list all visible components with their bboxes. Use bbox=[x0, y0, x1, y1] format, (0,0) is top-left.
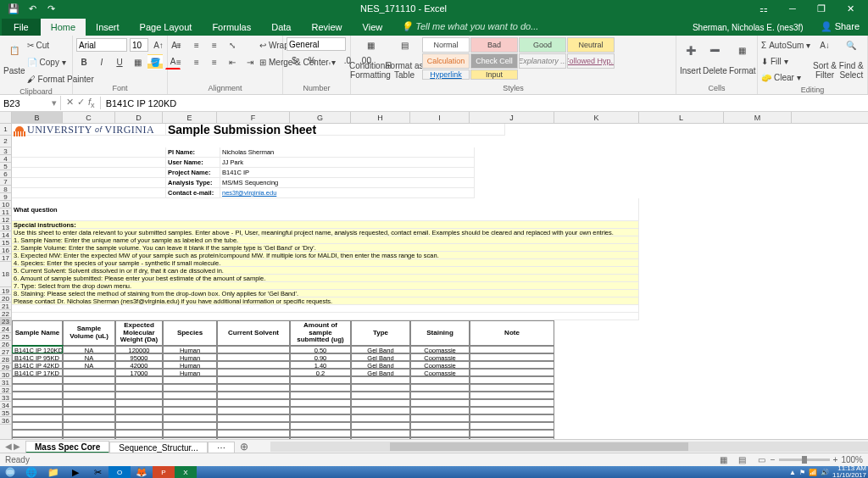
redo-icon[interactable]: ↷ bbox=[44, 2, 58, 15]
clear-button[interactable]: 🧽 Clear ▾ bbox=[761, 69, 810, 85]
zoom-slider[interactable] bbox=[779, 459, 830, 461]
sort-filter-button[interactable]: A↓Sort & Filter bbox=[812, 37, 837, 83]
cancel-formula-icon[interactable]: ✕ bbox=[66, 97, 74, 109]
formula-input[interactable]: B141C IP 120KD bbox=[101, 97, 868, 110]
find-select-button[interactable]: 🔍Find & Select bbox=[839, 37, 864, 83]
format-cells-button[interactable]: ▦Format bbox=[729, 37, 756, 83]
font-size-select[interactable] bbox=[130, 38, 148, 52]
tab-data[interactable]: Data bbox=[261, 19, 301, 36]
align-right-icon[interactable]: ≡ bbox=[207, 54, 222, 69]
titlebar: 💾 ↶ ↷ NES_171110 - Excel ⚏ ─ ❐ ✕ bbox=[0, 0, 868, 17]
uva-logo: University of Virginia bbox=[14, 124, 154, 136]
task-media-icon[interactable]: ▶ bbox=[64, 466, 86, 478]
window-restore-icon[interactable]: ❐ bbox=[807, 0, 836, 17]
increase-indent-icon[interactable]: ⇥ bbox=[242, 54, 258, 69]
align-left-icon[interactable]: ≡ bbox=[171, 54, 186, 69]
tab-page-layout[interactable]: Page Layout bbox=[130, 19, 203, 36]
italic-icon[interactable]: I bbox=[94, 54, 109, 69]
align-top-icon[interactable]: ≡ bbox=[171, 37, 186, 53]
paste-button[interactable]: 📋Paste bbox=[3, 37, 25, 83]
column-headers[interactable]: B C D E F G H I J K L M bbox=[12, 112, 868, 124]
tab-nav-prev-icon[interactable]: ◀ bbox=[5, 442, 12, 451]
comma-icon[interactable]: , bbox=[322, 53, 337, 68]
zoom-level[interactable]: 100% bbox=[841, 455, 863, 464]
view-normal-icon[interactable]: ▦ bbox=[715, 455, 732, 464]
enter-formula-icon[interactable]: ✓ bbox=[77, 97, 85, 109]
start-button[interactable] bbox=[0, 466, 20, 478]
align-bottom-icon[interactable]: ≡ bbox=[207, 37, 222, 53]
tray-network-icon[interactable]: 📶 bbox=[809, 469, 817, 476]
task-excel-icon[interactable]: X bbox=[175, 466, 197, 478]
orientation-icon[interactable]: ⤡ bbox=[225, 37, 240, 53]
fill-button[interactable]: ⬇ Fill ▾ bbox=[761, 53, 810, 69]
task-explorer-icon[interactable]: 📁 bbox=[42, 466, 64, 478]
task-outlook-icon[interactable]: O bbox=[108, 466, 131, 478]
window-settings-icon[interactable]: ⚏ bbox=[749, 0, 778, 17]
new-sheet-button[interactable]: ⊕ bbox=[235, 441, 253, 453]
fill-color-icon[interactable]: 🪣 bbox=[147, 54, 163, 69]
undo-icon[interactable]: ↶ bbox=[25, 2, 39, 15]
window-close-icon[interactable]: ✕ bbox=[836, 0, 865, 17]
decrease-indent-icon[interactable]: ⇤ bbox=[225, 54, 240, 69]
conditional-formatting-button[interactable]: ▦Conditional Formatting bbox=[354, 37, 387, 83]
view-page-break-icon[interactable]: ▭ bbox=[754, 455, 771, 464]
sheet-tab-sequence[interactable]: Sequence_Structur... bbox=[109, 442, 207, 453]
zoom-out-icon[interactable]: − bbox=[771, 455, 776, 464]
row-headers[interactable]: 1234567891011121314151617181920212223242… bbox=[0, 124, 12, 439]
tab-insert[interactable]: Insert bbox=[86, 19, 130, 36]
windows-taskbar[interactable]: 🌐 📁 ▶ ✂ O 🦊 P X ▲ ⚑ 📶 🔊 11:13 AM 11/10/2… bbox=[0, 466, 868, 478]
grow-font-icon[interactable]: A↑ bbox=[151, 37, 166, 53]
task-ie-icon[interactable]: 🌐 bbox=[20, 466, 42, 478]
bold-icon[interactable]: B bbox=[76, 54, 92, 69]
autosum-button[interactable]: Σ AutoSum ▾ bbox=[761, 37, 810, 53]
formula-bar: B23▾ ✕ ✓ fx B141C IP 120KD bbox=[0, 95, 868, 112]
account-name[interactable]: Sherman, Nicholas E. (nes3f) bbox=[684, 19, 812, 36]
font-name-select[interactable] bbox=[76, 38, 127, 52]
cell-styles-gallery[interactable]: Normal Bad Good Neutral Calculation Chec… bbox=[422, 37, 615, 80]
zoom-in-icon[interactable]: + bbox=[833, 455, 838, 464]
tab-view[interactable]: View bbox=[353, 19, 393, 36]
insert-cells-button[interactable]: ➕Insert bbox=[680, 37, 701, 83]
sheet-tab-mass-spec[interactable]: Mass Spec Core bbox=[25, 441, 109, 453]
underline-icon[interactable]: U bbox=[112, 54, 127, 69]
tray-volume-icon[interactable]: 🔊 bbox=[821, 469, 829, 476]
tab-file[interactable]: File bbox=[2, 19, 41, 36]
percent-icon[interactable]: % bbox=[304, 53, 320, 68]
delete-cells-button[interactable]: ➖Delete bbox=[703, 37, 727, 83]
number-format-select[interactable] bbox=[287, 37, 346, 51]
status-ready: Ready bbox=[5, 455, 30, 464]
currency-icon[interactable]: $ bbox=[287, 53, 302, 68]
select-all-corner[interactable] bbox=[0, 112, 12, 124]
border-icon[interactable]: ▦ bbox=[130, 54, 145, 69]
tab-home[interactable]: Home bbox=[41, 19, 86, 36]
horizontal-scrollbar[interactable] bbox=[270, 442, 868, 452]
view-page-layout-icon[interactable]: ▤ bbox=[734, 455, 751, 464]
task-powerpoint-icon[interactable]: P bbox=[153, 466, 175, 478]
status-bar: Ready ▦ ▤ ▭ − + 100% bbox=[0, 453, 868, 466]
save-icon[interactable]: 💾 bbox=[7, 2, 20, 15]
tab-nav-next-icon[interactable]: ▶ bbox=[14, 442, 20, 451]
ribbon: 📋Paste ✂ Cut 📄 Copy ▾ 🖌 Format Painter C… bbox=[0, 36, 868, 95]
document-title: NES_171110 - Excel bbox=[58, 3, 749, 14]
sheet-title: Sample Submission Sheet bbox=[166, 124, 505, 136]
name-box[interactable]: B23 bbox=[3, 98, 20, 108]
sheet-tab-bar: ◀▶ Mass Spec Core Sequence_Structur... ⋯… bbox=[0, 439, 868, 453]
align-center-icon[interactable]: ≡ bbox=[189, 54, 204, 69]
tray-expand-icon[interactable]: ▲ bbox=[789, 469, 796, 476]
tab-review[interactable]: Review bbox=[301, 19, 352, 36]
tell-me[interactable]: 💡 Tell me what you want to do... bbox=[392, 18, 547, 36]
task-snip-icon[interactable]: ✂ bbox=[86, 466, 108, 478]
format-as-table-button[interactable]: ▤Format as Table bbox=[388, 37, 420, 83]
worksheet-grid[interactable]: B C D E F G H I J K L M 1234567891011121… bbox=[0, 112, 868, 439]
share-button[interactable]: 👤 Share bbox=[812, 18, 868, 36]
sheet-tab-more[interactable]: ⋯ bbox=[208, 442, 235, 453]
tab-formulas[interactable]: Formulas bbox=[202, 19, 261, 36]
clock-date[interactable]: 11/10/2017 bbox=[832, 472, 866, 478]
window-minimize-icon[interactable]: ─ bbox=[778, 0, 807, 17]
fx-icon[interactable]: fx bbox=[88, 97, 95, 109]
tray-flag-icon[interactable]: ⚑ bbox=[799, 469, 805, 476]
align-middle-icon[interactable]: ≡ bbox=[189, 37, 204, 53]
ribbon-tabs: File Home Insert Page Layout Formulas Da… bbox=[0, 17, 868, 36]
task-firefox-icon[interactable]: 🦊 bbox=[131, 466, 153, 478]
